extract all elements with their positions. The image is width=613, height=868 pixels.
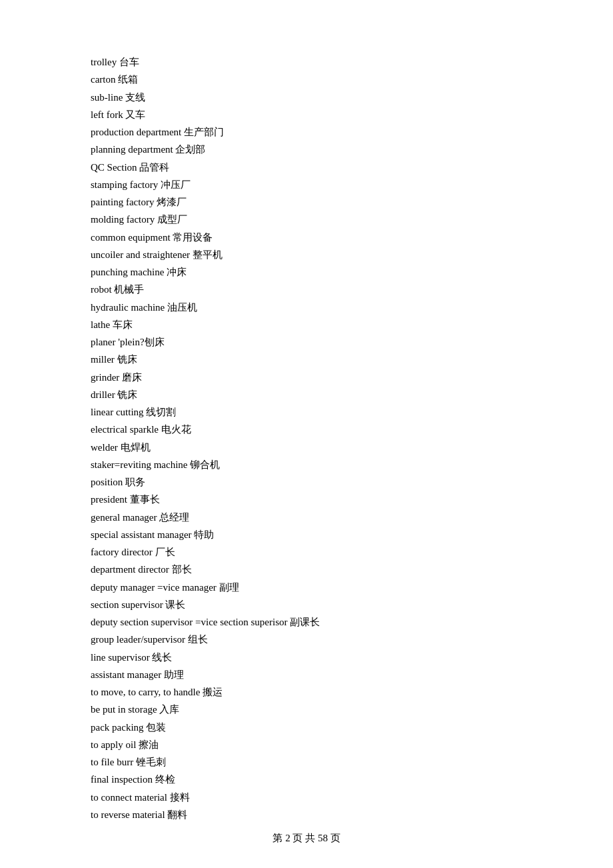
list-item: staker=reviting machine 铆合机 [91,456,522,473]
list-item: uncoiler and straightener 整平机 [91,246,522,263]
list-item: president 董事长 [91,491,522,508]
list-item: be put in storage 入库 [91,701,522,718]
list-item: pack packing 包装 [91,719,522,736]
list-item: electrical sparkle 电火花 [91,421,522,438]
list-item: group leader/supervisor 组长 [91,631,522,648]
vocabulary-list: trolley 台车carton 纸箱sub-line 支线left fork … [91,53,522,823]
list-item: department director 部长 [91,561,522,578]
list-item: grinder 磨床 [91,369,522,386]
list-item: miller 铣床 [91,351,522,368]
list-item: deputy manager =vice manager 副理 [91,579,522,596]
list-item: lathe 车床 [91,316,522,333]
list-item: to move, to carry, to handle 搬运 [91,683,522,701]
list-item: to file burr 锉毛刺 [91,753,522,771]
list-item: final inspection 终检 [91,771,522,788]
list-item: general manager 总经理 [91,509,522,526]
list-item: painting factory 烤漆厂 [91,193,522,211]
list-item: common equipment 常用设备 [91,229,522,246]
list-item: to reverse material 翻料 [91,806,522,823]
list-item: hydraulic machine 油压机 [91,299,522,316]
list-item: robot 机械手 [91,281,522,298]
main-content: trolley 台车carton 纸箱sub-line 支线left fork … [0,0,613,868]
list-item: carton 纸箱 [91,71,522,88]
list-item: special assistant manager 特助 [91,526,522,543]
list-item: punching machine 冲床 [91,263,522,281]
list-item: to connect material 接料 [91,789,522,806]
list-item: to apply oil 擦油 [91,736,522,753]
list-item: welder 电焊机 [91,439,522,456]
list-item: linear cutting 线切割 [91,403,522,421]
list-item: trolley 台车 [91,53,522,71]
list-item: left fork 又车 [91,106,522,123]
list-item: planning department 企划部 [91,141,522,158]
list-item: factory director 厂长 [91,543,522,561]
list-item: production department 生产部门 [91,123,522,141]
list-item: line supervisor 线长 [91,649,522,666]
list-item: driller 铣床 [91,386,522,403]
list-item: position 职务 [91,473,522,491]
page-footer: 第 2 页 共 58 页 [0,832,613,845]
list-item: QC Section 品管科 [91,159,522,176]
list-item: deputy section supervisor =vice section … [91,613,522,631]
list-item: molding factory 成型厂 [91,211,522,228]
page-number: 第 2 页 共 58 页 [273,833,340,843]
list-item: section supervisor 课长 [91,596,522,613]
list-item: planer 'plein?刨床 [91,333,522,351]
list-item: sub-line 支线 [91,89,522,106]
list-item: stamping factory 冲压厂 [91,176,522,193]
list-item: assistant manager 助理 [91,666,522,683]
